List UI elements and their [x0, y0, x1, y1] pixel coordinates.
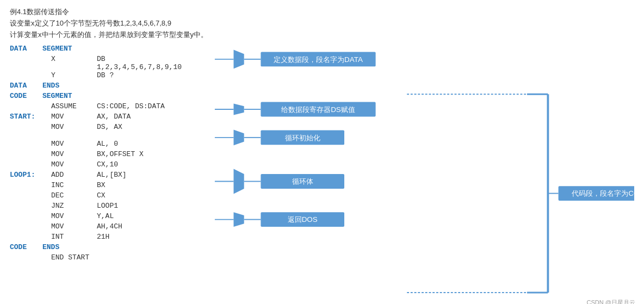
op-mov-7: AH,4CH — [97, 222, 184, 231]
svg-text:给数据段寄存器DS赋值: 给数据段寄存器DS赋值 — [281, 106, 355, 114]
op-int: 21H — [97, 233, 184, 241]
kw-mov-3: MOV — [42, 140, 97, 148]
op-mov-3: AL, 0 — [97, 140, 184, 148]
kw-x: X — [42, 55, 97, 63]
code-line-16: MOV Y,AL — [10, 212, 211, 222]
description: 例4.1数据传送指令 设变量x定义了10个字节型无符号数1,2,3,4,5,6,… — [10, 7, 634, 40]
svg-rect-8 — [261, 102, 375, 117]
kw-mov-2: MOV — [42, 123, 97, 131]
op-mov-1: AX, DATA — [97, 113, 184, 121]
op-dec: CX — [97, 191, 184, 200]
kw-mov-1: MOV — [42, 113, 97, 121]
code-line-20: END START — [10, 253, 211, 264]
code-line-5: CODE SEGMENT — [10, 92, 211, 102]
code-line-12: LOOP1: ADD AL,[BX] — [10, 171, 211, 181]
kw-inc: INC — [42, 181, 97, 189]
svg-text:循环体: 循环体 — [292, 178, 313, 186]
code-line-4: DATA ENDS — [10, 82, 211, 92]
code-line-2: X DB 1,2,3,4,5,6,7,8,9,10 — [10, 55, 211, 71]
op-y: DB ? — [97, 71, 184, 79]
label-code-ends: CODE — [10, 243, 42, 251]
svg-rect-29 — [559, 187, 634, 201]
svg-rect-13 — [261, 131, 344, 145]
op-inc: BX — [97, 181, 184, 189]
op-jnz: LOOP1 — [97, 202, 184, 210]
svg-rect-23 — [261, 213, 344, 227]
watermark: CSDN @日星月云 — [587, 299, 635, 304]
kw-int: INT — [42, 233, 97, 241]
desc-line2: 设变量x定义了10个字节型无符号数1,2,3,4,5,6,7,8,9 — [10, 18, 634, 29]
label-start: START: — [10, 113, 42, 121]
code-line-13: INC BX — [10, 181, 211, 191]
code-line-17: MOV AH,4CH — [10, 222, 211, 233]
op-mov-6: Y,AL — [97, 212, 184, 220]
kw-segment-1: SEGMENT — [42, 45, 97, 53]
kw-assume: ASSUME — [42, 102, 97, 110]
kw-end: END START — [42, 253, 97, 262]
code-line-7: START: MOV AX, DATA — [10, 113, 211, 123]
kw-mov-5: MOV — [42, 160, 97, 169]
code-line-10: MOV BX,OFFSET X — [10, 150, 211, 160]
code-line-9: MOV AL, 0 — [10, 140, 211, 150]
kw-dec: DEC — [42, 191, 97, 200]
main-layout: DATA SEGMENT X DB 1,2,3,4,5,6,7,8,9,10 Y… — [10, 45, 634, 304]
code-line-14: DEC CX — [10, 191, 211, 202]
kw-segment-2: SEGMENT — [42, 92, 97, 100]
code-line-18: INT 21H — [10, 233, 211, 243]
kw-y: Y — [42, 71, 97, 79]
op-mov-4: BX,OFFSET X — [97, 150, 184, 158]
label-data-ends: DATA — [10, 82, 42, 90]
svg-text:定义数据段，段名字为DATA: 定义数据段，段名字为DATA — [274, 55, 363, 64]
svg-marker-21 — [233, 213, 244, 227]
svg-marker-6 — [233, 104, 244, 115]
op-assume: CS:CODE, DS:DATA — [97, 102, 184, 110]
code-line-8: MOV DS, AX — [10, 123, 211, 133]
op-mov-2: DS, AX — [97, 123, 184, 131]
code-section: DATA SEGMENT X DB 1,2,3,4,5,6,7,8,9,10 Y… — [10, 45, 211, 304]
label-loop1: LOOP1: — [10, 171, 42, 179]
kw-mov-4: MOV — [42, 150, 97, 158]
code-line-blank — [10, 133, 211, 140]
op-x: DB 1,2,3,4,5,6,7,8,9,10 — [97, 55, 184, 71]
kw-mov-6: MOV — [42, 212, 97, 220]
svg-marker-1 — [233, 50, 244, 69]
svg-text:循环初始化: 循环初始化 — [285, 134, 320, 142]
svg-rect-3 — [261, 52, 375, 67]
code-line-1: DATA SEGMENT — [10, 45, 211, 55]
code-line-15: JNZ LOOP1 — [10, 202, 211, 212]
label-data: DATA — [10, 45, 42, 53]
diagram-svg: 定义数据段，段名字为DATA 给数据段寄存器DS赋值 循环初始化 — [211, 45, 634, 304]
kw-add: ADD — [42, 171, 97, 179]
kw-ends-1: ENDS — [42, 82, 97, 90]
label-code: CODE — [10, 92, 42, 100]
svg-text:返回DOS: 返回DOS — [288, 216, 318, 224]
code-line-11: MOV CX,10 — [10, 160, 211, 171]
page-container: 例4.1数据传送指令 设变量x定义了10个字节型无符号数1,2,3,4,5,6,… — [0, 0, 644, 304]
desc-line3: 计算变量x中十个元素的值，并把结果放到变量字节型变量y中。 — [10, 29, 634, 41]
svg-rect-18 — [261, 174, 344, 189]
code-line-3: Y DB ? — [10, 71, 211, 82]
code-line-6: ASSUME CS:CODE, DS:DATA — [10, 102, 211, 113]
kw-mov-7: MOV — [42, 222, 97, 231]
op-add: AL,[BX] — [97, 171, 184, 179]
code-line-19: CODE ENDS — [10, 243, 211, 253]
svg-text:代码段，段名字为CODE: 代码段，段名字为CODE — [571, 190, 634, 198]
svg-marker-16 — [233, 169, 244, 194]
op-mov-5: CX,10 — [97, 160, 184, 169]
kw-jnz: JNZ — [42, 202, 97, 210]
diagram-area: 定义数据段，段名字为DATA 给数据段寄存器DS赋值 循环初始化 — [211, 45, 634, 304]
svg-marker-11 — [233, 130, 244, 146]
desc-line1: 例4.1数据传送指令 — [10, 7, 634, 18]
kw-ends-2: ENDS — [42, 243, 97, 251]
